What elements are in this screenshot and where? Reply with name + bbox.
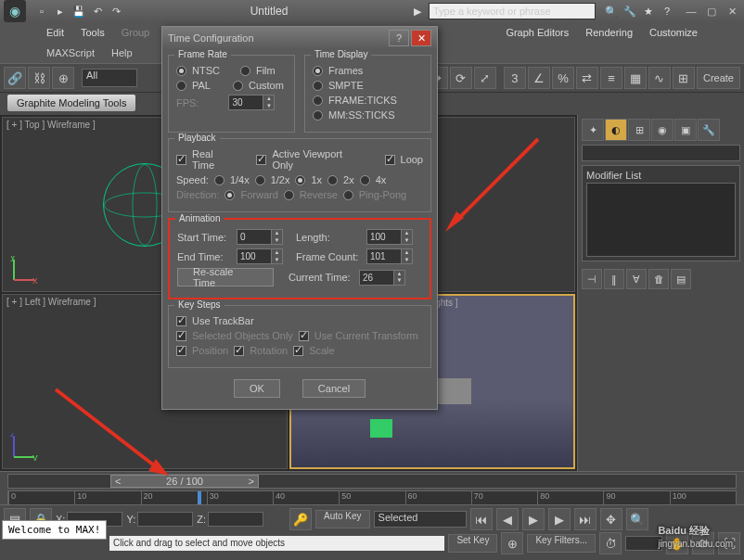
fps-input[interactable] (229, 95, 263, 109)
modifier-stack[interactable] (586, 183, 736, 257)
auto-key-button[interactable]: Auto Key (315, 510, 370, 528)
coord-y-input[interactable] (137, 512, 193, 527)
scale-icon[interactable]: ⤢ (474, 67, 496, 89)
speed-2-radio[interactable] (327, 175, 338, 185)
curve-editor-icon[interactable]: ∿ (648, 67, 671, 89)
coord-z-input[interactable] (208, 512, 263, 527)
reverse-radio[interactable] (284, 190, 294, 200)
current-time-input[interactable] (360, 271, 393, 285)
star-icon[interactable]: ★ (640, 3, 657, 19)
end-time-spinner[interactable]: ▲▼ (237, 248, 283, 264)
cancel-button[interactable]: Cancel (302, 379, 366, 398)
window-close-button[interactable]: ✕ (724, 4, 740, 19)
current-frame-marker[interactable] (198, 491, 201, 504)
menu-maxscript[interactable]: MAXScript (46, 47, 95, 58)
film-radio[interactable] (240, 66, 250, 76)
play-icon[interactable]: ▶ (414, 6, 421, 18)
create-tab-icon[interactable]: ✦ (582, 119, 604, 141)
pingpong-radio[interactable] (343, 190, 353, 200)
search-input[interactable]: Type a keyword or phrase (429, 3, 596, 19)
prev-frame-icon[interactable]: ◀ (496, 508, 519, 530)
speed-1-2-radio[interactable] (255, 175, 265, 185)
motion-tab-icon[interactable]: ◉ (651, 119, 673, 141)
mirror-icon[interactable]: ⇄ (576, 67, 598, 89)
open-icon[interactable]: ▸ (52, 3, 69, 19)
menu-help[interactable]: Help (111, 47, 133, 58)
loop-checkbox[interactable] (385, 155, 395, 165)
slider-prev-icon[interactable]: < (115, 476, 121, 487)
menu-group[interactable]: Group (122, 27, 150, 38)
schematic-icon[interactable]: ⊞ (673, 67, 695, 89)
link-icon[interactable]: 🔗 (4, 67, 26, 89)
align-icon[interactable]: ≡ (600, 67, 622, 89)
angle-snap-icon[interactable]: ∠ (528, 67, 550, 89)
use-transform-checkbox[interactable] (299, 331, 309, 341)
unlink-icon[interactable]: ⛓ (28, 67, 50, 89)
selection-filter[interactable]: All (82, 69, 137, 87)
frameticks-radio[interactable] (313, 95, 323, 106)
display-tab-icon[interactable]: ▣ (674, 119, 697, 141)
rotation-checkbox[interactable] (234, 346, 244, 356)
wrench-icon[interactable]: 🔧 (622, 3, 638, 19)
save-icon[interactable]: 💾 (71, 3, 87, 19)
goto-start-icon[interactable]: ⏮ (470, 508, 493, 530)
menu-edit[interactable]: Edit (46, 27, 64, 38)
use-trackbar-checkbox[interactable] (176, 316, 186, 326)
menu-graph-editors[interactable]: Graph Editors (506, 27, 569, 38)
time-config-icon[interactable]: ⏱ (599, 532, 622, 554)
maximize-button[interactable]: ▢ (703, 4, 720, 19)
start-time-input[interactable] (237, 230, 271, 244)
help-icon[interactable]: ? (659, 3, 675, 19)
scale-checkbox[interactable] (293, 346, 303, 356)
menu-tools[interactable]: Tools (81, 27, 105, 38)
key-icon[interactable]: 🔑 (289, 508, 312, 530)
viewport-zoom-icon[interactable]: 🔍 (626, 508, 648, 530)
end-time-input[interactable] (237, 249, 271, 263)
current-time-spinner[interactable]: ▲▼ (359, 270, 405, 286)
current-frame-field[interactable] (625, 536, 662, 551)
ok-button[interactable]: OK (234, 379, 280, 398)
position-checkbox[interactable] (176, 346, 186, 356)
realtime-checkbox[interactable] (176, 155, 186, 165)
key-filters-button[interactable]: Key Filters... (527, 534, 596, 553)
dialog-help-button[interactable]: ? (389, 30, 409, 46)
dialog-titlebar[interactable]: Time Configuration ? ✕ (162, 27, 437, 49)
pal-radio[interactable] (176, 81, 186, 91)
goto-end-icon[interactable]: ⏭ (574, 508, 596, 530)
viewport-nav-icon[interactable]: ✥ (600, 508, 622, 530)
new-icon[interactable]: ▫ (33, 3, 50, 19)
key-mode-combo[interactable]: Selected (374, 511, 467, 528)
layers-icon[interactable]: ▦ (624, 67, 647, 89)
pin-stack-icon[interactable]: ⊣ (582, 269, 602, 289)
speed-4-radio[interactable] (360, 175, 370, 185)
modify-tab-icon[interactable]: ◐ (605, 119, 627, 141)
minimize-button[interactable]: — (683, 4, 699, 19)
slider-next-icon[interactable]: > (249, 476, 254, 487)
create-panel-button[interactable]: Create (697, 67, 740, 89)
forward-radio[interactable] (224, 190, 235, 200)
modifier-list-label[interactable]: Modifier List (586, 170, 736, 181)
show-end-icon[interactable]: ‖ (604, 269, 624, 289)
make-unique-icon[interactable]: ∀ (626, 269, 647, 289)
dialog-close-button[interactable]: ✕ (411, 30, 431, 46)
utilities-tab-icon[interactable]: 🔧 (698, 119, 720, 141)
undo-icon[interactable]: ↶ (89, 3, 106, 19)
play-animation-icon[interactable]: ▶ (522, 508, 545, 530)
time-slider-track[interactable]: < 26 / 100 > (7, 474, 737, 489)
percent-snap-icon[interactable]: % (552, 67, 574, 89)
mmss-radio[interactable] (313, 110, 323, 121)
selected-only-checkbox[interactable] (176, 331, 186, 341)
fps-spinner[interactable]: ▲▼ (228, 95, 275, 110)
start-time-spinner[interactable]: ▲▼ (237, 229, 283, 245)
frame-count-spinner[interactable]: ▲▼ (366, 248, 413, 264)
remove-mod-icon[interactable]: 🗑 (648, 269, 669, 289)
next-frame-icon[interactable]: ▶ (548, 508, 571, 530)
frames-radio[interactable] (313, 66, 323, 76)
graphite-tab[interactable]: Graphite Modeling Tools (7, 95, 135, 111)
length-spinner[interactable]: ▲▼ (366, 229, 413, 245)
ntsc-radio[interactable] (176, 66, 186, 76)
binoculars-icon[interactable]: 🔍 (603, 3, 620, 19)
menu-customize[interactable]: Customize (649, 27, 698, 38)
speed-1-radio[interactable] (295, 175, 305, 185)
length-input[interactable] (367, 230, 401, 244)
